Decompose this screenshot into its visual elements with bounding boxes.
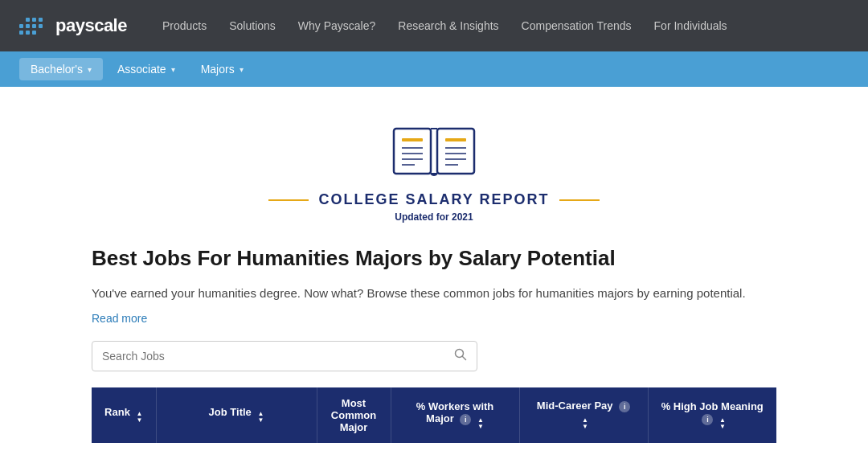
main-nav: Products Solutions Why Payscale? Researc… <box>153 13 737 39</box>
search-bar <box>92 341 477 371</box>
pay-cell: $87,700 <box>519 443 648 455</box>
report-header: COLLEGE SALARY REPORT Updated for 2021 <box>92 113 776 223</box>
chevron-down-icon: ▾ <box>171 65 175 74</box>
sort-icon: ▲▼ <box>257 411 264 424</box>
rank-cell: 1 <box>92 443 156 455</box>
search-icon <box>454 348 467 364</box>
col-pay[interactable]: Mid-Career Pay i ▲▼ <box>519 387 648 443</box>
top-nav: payscale Products Solutions Why Payscale… <box>0 0 868 51</box>
table-header-row: Rank ▲▼ Job Title ▲▼ Most Common Major %… <box>92 387 776 443</box>
report-updated: Updated for 2021 <box>395 211 473 223</box>
info-icon: i <box>460 414 471 425</box>
page-description: You've earned your humanities degree. No… <box>92 284 776 303</box>
col-meaning[interactable]: % High Job Meaning i ▲▼ <box>648 387 776 443</box>
major-cell: English Literature <box>317 443 391 455</box>
report-line-right <box>559 199 600 201</box>
nav-item-individuals[interactable]: For Individuals <box>645 13 737 39</box>
report-title: COLLEGE SALARY REPORT <box>318 191 549 208</box>
col-workers[interactable]: % Workers with Major i ▲▼ <box>391 387 519 443</box>
sort-icon: ▲▼ <box>582 417 588 430</box>
info-icon: i <box>619 401 630 412</box>
chevron-down-icon: ▾ <box>240 65 244 74</box>
title-cell: Proposal Manager <box>156 443 317 455</box>
meaning-cell: 50% <box>648 443 776 455</box>
svg-rect-1 <box>437 129 474 174</box>
nav-item-solutions[interactable]: Solutions <box>219 13 285 39</box>
svg-rect-9 <box>445 138 466 141</box>
table-row: 1 Proposal Manager English Literature 26… <box>92 443 776 455</box>
sort-icon: ▲▼ <box>719 417 726 430</box>
page-heading: Best Jobs For Humanities Majors by Salar… <box>92 245 776 273</box>
nav-item-products[interactable]: Products <box>153 13 216 39</box>
book-icon <box>386 113 482 185</box>
col-major: Most Common Major <box>317 387 391 443</box>
sort-icon: ▲▼ <box>477 417 484 430</box>
search-input[interactable] <box>102 350 454 363</box>
nav-item-why-payscale[interactable]: Why Payscale? <box>289 13 385 39</box>
report-line-left <box>268 199 309 201</box>
chevron-down-icon: ▾ <box>88 65 92 74</box>
logo-icon <box>19 18 43 35</box>
data-table: Rank ▲▼ Job Title ▲▼ Most Common Major %… <box>92 387 776 455</box>
main-content: COLLEGE SALARY REPORT Updated for 2021 B… <box>72 87 796 455</box>
subnav-majors[interactable]: Majors ▾ <box>190 58 255 80</box>
svg-rect-0 <box>394 129 431 174</box>
logo-text: payscale <box>55 15 127 36</box>
col-job-title[interactable]: Job Title ▲▼ <box>156 387 317 443</box>
nav-item-compensation[interactable]: Compensation Trends <box>512 13 641 39</box>
svg-line-15 <box>463 356 466 359</box>
sort-icon: ▲▼ <box>137 411 143 424</box>
nav-item-research[interactable]: Research & Insights <box>388 13 508 39</box>
read-more-link[interactable]: Read more <box>92 312 147 325</box>
workers-cell: 26% <box>391 443 519 455</box>
info-icon: i <box>702 414 713 425</box>
table-body: 1 Proposal Manager English Literature 26… <box>92 443 776 455</box>
subnav-bachelors[interactable]: Bachelor's ▾ <box>19 58 103 80</box>
logo[interactable]: payscale <box>19 15 127 36</box>
svg-rect-4 <box>402 138 423 141</box>
col-rank[interactable]: Rank ▲▼ <box>92 387 156 443</box>
sub-nav: Bachelor's ▾ Associate ▾ Majors ▾ <box>0 51 868 87</box>
subnav-associate[interactable]: Associate ▾ <box>106 58 186 80</box>
report-title-bar: COLLEGE SALARY REPORT <box>268 191 599 208</box>
